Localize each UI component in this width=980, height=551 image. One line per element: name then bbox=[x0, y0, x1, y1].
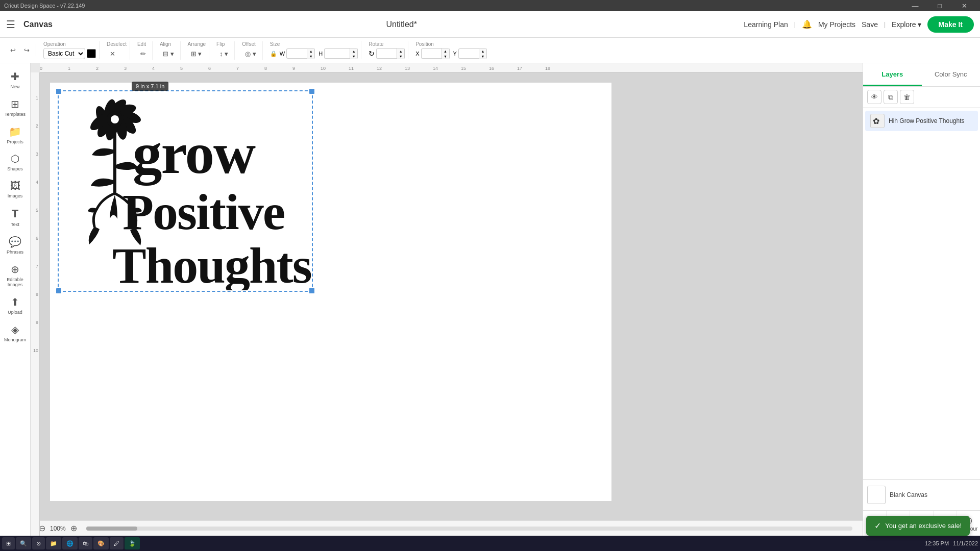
x-up[interactable]: ▲ bbox=[442, 48, 449, 54]
sidebar-item-text[interactable]: T Text bbox=[1, 204, 30, 231]
align-group: Align ⊟ ▾ bbox=[157, 41, 181, 60]
arrange-label: Arrange bbox=[188, 41, 206, 47]
taskbar-file-explorer[interactable]: 📁 bbox=[46, 537, 61, 549]
scrollbar-thumb[interactable] bbox=[86, 527, 137, 531]
flip-button[interactable]: ↕ ▾ bbox=[216, 48, 231, 60]
width-input[interactable]: 9 bbox=[286, 48, 307, 59]
rot-up[interactable]: ▲ bbox=[397, 48, 404, 54]
taskbar-edge[interactable]: 🌐 bbox=[62, 537, 78, 549]
sidebar-item-phrases[interactable]: 💬 Phrases bbox=[1, 233, 30, 258]
sidebar-item-new[interactable]: ✚ New bbox=[1, 67, 30, 93]
learning-plan-link[interactable]: Learning Plan bbox=[744, 20, 788, 29]
lock-icon[interactable]: 🔒 bbox=[270, 51, 277, 57]
search-taskbar-button[interactable]: 🔍 bbox=[16, 537, 31, 549]
projects-icon: 📁 bbox=[9, 126, 21, 138]
explore-button[interactable]: Explore ▾ bbox=[892, 20, 921, 29]
tab-layers[interactable]: Layers bbox=[863, 63, 922, 86]
document-title: Untitled* bbox=[64, 20, 739, 29]
zoom-in-button[interactable]: ⊕ bbox=[69, 523, 79, 534]
h-down[interactable]: ▼ bbox=[350, 54, 357, 59]
delete-layer-button[interactable]: 🗑 bbox=[900, 90, 914, 104]
sidebar-item-shapes[interactable]: ⬡ Shapes bbox=[1, 149, 30, 175]
offset-button[interactable]: ◎ ▾ bbox=[242, 48, 259, 60]
titlebar: Cricut Design Space - v7.22.149 — □ ✕ bbox=[0, 0, 980, 11]
taskbar-illustrator[interactable]: 🖊 bbox=[110, 537, 124, 549]
task-view-button[interactable]: ⊙ bbox=[32, 537, 45, 549]
notification-bell[interactable]: 🔔 bbox=[802, 19, 812, 29]
redo-button[interactable]: ↪ bbox=[21, 44, 33, 56]
x-down[interactable]: ▼ bbox=[442, 54, 449, 59]
app-title: Canvas bbox=[23, 20, 59, 29]
title-text: Cricut Design Space - v7.22.149 bbox=[4, 3, 85, 9]
duplicate-layer-button[interactable]: ⧉ bbox=[884, 90, 898, 104]
blank-canvas-item[interactable]: Blank Canvas bbox=[867, 484, 976, 506]
w-up[interactable]: ▲ bbox=[307, 48, 314, 54]
taskbar-store[interactable]: 🛍 bbox=[79, 537, 92, 549]
h-up[interactable]: ▲ bbox=[350, 48, 357, 54]
edit-button[interactable]: ✏ bbox=[137, 48, 149, 60]
layer-item[interactable]: ✿ Hih Grow Positive Thoughts bbox=[865, 111, 978, 131]
nav-right: Learning Plan | 🔔 My Projects Save | Exp… bbox=[744, 16, 974, 33]
size-group: Size 🔒 W 9 ▲ ▼ H 7.104 ▲ ▼ bbox=[267, 41, 361, 59]
ruler-left: 1 2 3 4 5 6 7 8 9 10 bbox=[31, 72, 40, 536]
undo-redo-group: ↩ ↪ bbox=[4, 44, 36, 56]
rot-down[interactable]: ▼ bbox=[397, 54, 404, 59]
handle-top-right[interactable] bbox=[309, 89, 314, 94]
canvas-inner[interactable]: grow Positive Thoughts 9 in x 7.1 in bbox=[40, 72, 863, 536]
hamburger-menu[interactable]: ☰ bbox=[6, 18, 15, 31]
layer-name: Hih Grow Positive Thoughts bbox=[889, 117, 973, 124]
maximize-button[interactable]: □ bbox=[928, 0, 951, 11]
new-label: New bbox=[10, 84, 19, 90]
x-input[interactable]: 0.25 bbox=[421, 48, 442, 59]
minimize-button[interactable]: — bbox=[903, 0, 927, 11]
make-it-button[interactable]: Make It bbox=[927, 16, 974, 33]
handle-bottom-left[interactable] bbox=[56, 288, 61, 293]
right-panel-bottom: Blank Canvas bbox=[863, 479, 980, 510]
arrange-group: Arrange ⊞ ▾ bbox=[185, 41, 210, 60]
height-input[interactable]: 7.104 bbox=[324, 48, 350, 59]
y-down[interactable]: ▼ bbox=[479, 54, 486, 59]
align-button[interactable]: ⊟ ▾ bbox=[160, 48, 177, 60]
phrases-icon: 💬 bbox=[9, 236, 21, 248]
start-button[interactable]: ⊞ bbox=[2, 537, 15, 549]
handle-bottom-right[interactable] bbox=[309, 288, 314, 293]
sidebar-item-upload[interactable]: ⬆ Upload bbox=[1, 293, 30, 318]
deselect-button[interactable]: ✕ bbox=[107, 48, 118, 60]
undo-button[interactable]: ↩ bbox=[7, 44, 19, 56]
templates-icon: ⊞ bbox=[11, 98, 19, 110]
my-projects-link[interactable]: My Projects bbox=[818, 20, 855, 29]
close-button[interactable]: ✕ bbox=[952, 0, 976, 11]
sidebar-item-monogram[interactable]: ◈ Monogram bbox=[1, 320, 30, 346]
deselect-label: Deselect bbox=[107, 41, 127, 47]
y-up[interactable]: ▲ bbox=[479, 48, 486, 54]
explore-arrow-icon: ▾ bbox=[918, 20, 921, 29]
color-swatch[interactable] bbox=[87, 49, 96, 58]
handle-top-left[interactable] bbox=[56, 89, 61, 94]
design-selection-box[interactable]: grow Positive Thoughts bbox=[58, 90, 313, 292]
horizontal-scrollbar[interactable] bbox=[86, 527, 852, 531]
canvas-area[interactable]: 0 1 2 3 4 5 6 7 8 9 10 11 12 13 14 15 16… bbox=[31, 63, 863, 536]
upload-label: Upload bbox=[8, 310, 22, 315]
visibility-toggle[interactable]: 👁 bbox=[867, 90, 881, 104]
taskbar-photos[interactable]: 🎨 bbox=[93, 537, 109, 549]
y-input[interactable]: 0.5 bbox=[458, 48, 479, 59]
monogram-icon: ◈ bbox=[11, 323, 19, 336]
operation-group: Operation Basic Cut bbox=[40, 41, 100, 59]
text-label: Text bbox=[11, 222, 19, 228]
operation-select[interactable]: Basic Cut bbox=[43, 48, 85, 59]
ruler-top: 0 1 2 3 4 5 6 7 8 9 10 11 12 13 14 15 16… bbox=[40, 63, 863, 72]
toolbar: ↩ ↪ Operation Basic Cut Deselect ✕ Edit … bbox=[0, 38, 980, 63]
tab-color-sync[interactable]: Color Sync bbox=[922, 63, 981, 86]
titlebar-left: Cricut Design Space - v7.22.149 bbox=[4, 3, 85, 9]
arrange-button[interactable]: ⊞ ▾ bbox=[188, 48, 205, 60]
sidebar-item-images[interactable]: 🖼 Images bbox=[1, 177, 30, 202]
sidebar-item-projects[interactable]: 📁 Projects bbox=[1, 122, 30, 148]
save-button[interactable]: Save bbox=[862, 20, 878, 29]
taskbar-cricut[interactable]: 🍃 bbox=[125, 537, 140, 549]
align-label: Align bbox=[160, 41, 171, 47]
sidebar-item-editable-images[interactable]: ⊕ Editable Images bbox=[1, 260, 30, 291]
rotate-input[interactable]: 0 bbox=[376, 48, 397, 59]
w-down[interactable]: ▼ bbox=[307, 54, 314, 59]
sidebar-item-templates[interactable]: ⊞ Templates bbox=[1, 95, 30, 120]
taskbar-date: 11/1/2022 bbox=[953, 540, 978, 546]
